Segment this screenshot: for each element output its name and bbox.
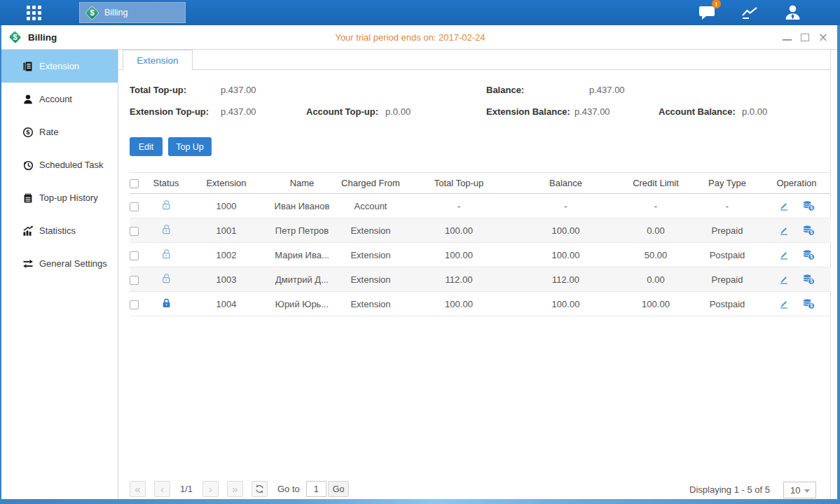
col-credit-limit: Credit Limit xyxy=(619,178,692,188)
top-up-icon[interactable]: $ xyxy=(802,274,815,285)
sidebar: Extension Account $ Rate Scheduled Task … xyxy=(1,50,118,499)
go-button[interactable]: Go xyxy=(328,481,350,497)
cell-pay-type: Prepaid xyxy=(692,225,762,236)
col-pay-type: Pay Type xyxy=(692,178,762,188)
resource-monitor-icon[interactable] xyxy=(741,5,759,20)
notifications-icon[interactable]: ! xyxy=(698,5,716,20)
status-cell xyxy=(148,223,184,237)
col-operation: Operation xyxy=(762,178,831,188)
cell-credit-limit: 50.00 xyxy=(619,250,692,260)
cell-name: Иван Иванов xyxy=(268,201,336,211)
top-up-button[interactable]: Top Up xyxy=(168,137,212,156)
edit-icon[interactable] xyxy=(778,274,790,285)
app-grid-icon[interactable] xyxy=(27,6,41,20)
cell-operation: $ xyxy=(762,200,831,211)
svg-text:$: $ xyxy=(810,279,813,284)
window-titlebar: $ Billing Your trial period ends on: 201… xyxy=(1,25,837,50)
cell-operation: $ xyxy=(762,249,831,260)
top-taskbar: $ Billing ! xyxy=(0,0,840,25)
summary-value: p.437.00 xyxy=(574,106,610,117)
rate-icon: $ xyxy=(22,127,34,138)
top-up-icon[interactable]: $ xyxy=(802,225,815,236)
top-up-icon[interactable]: $ xyxy=(802,200,815,211)
cell-balance: - xyxy=(512,201,619,211)
minimize-icon[interactable] xyxy=(783,39,792,41)
sidebar-item-label: Top-up History xyxy=(39,192,98,203)
summary-label: Balance: xyxy=(486,85,524,95)
sidebar-item-label: General Settings xyxy=(39,258,107,269)
sidebar-item-account[interactable]: Account xyxy=(1,83,118,115)
col-charged-from: Charged From xyxy=(336,178,406,188)
edit-icon[interactable] xyxy=(778,200,790,211)
cell-extension: 1001 xyxy=(184,225,268,236)
prev-page-button[interactable]: ‹ xyxy=(154,481,170,497)
status-cell xyxy=(148,248,184,262)
general-settings-icon xyxy=(22,258,34,270)
refresh-icon xyxy=(254,484,265,494)
maximize-icon[interactable] xyxy=(801,34,809,41)
sidebar-item-topup-history[interactable]: Top-up History xyxy=(1,181,118,214)
window-title: Billing xyxy=(28,32,57,43)
sidebar-item-general-settings[interactable]: General Settings xyxy=(1,247,118,280)
page-size-select[interactable]: 10 xyxy=(783,482,816,498)
status-cell xyxy=(148,272,184,286)
cell-operation: $ xyxy=(762,274,831,285)
cell-total-topup: 100.00 xyxy=(406,250,512,260)
close-icon[interactable]: × xyxy=(818,31,828,43)
sidebar-item-label: Scheduled Task xyxy=(39,160,104,170)
user-menu-icon[interactable] xyxy=(784,4,801,21)
summary-value: p.437.00 xyxy=(221,106,256,117)
statistics-icon xyxy=(22,225,34,237)
top-up-icon[interactable]: $ xyxy=(802,249,815,260)
goto-page-input[interactable] xyxy=(306,481,326,497)
col-balance: Balance xyxy=(512,178,619,188)
billing-app-icon: $ xyxy=(86,7,98,19)
cell-extension: 1000 xyxy=(184,201,268,211)
cell-name: Юрий Юрь... xyxy=(268,299,336,309)
cell-operation: $ xyxy=(762,298,831,309)
taskbar-billing-button[interactable]: $ Billing xyxy=(79,2,186,23)
sidebar-item-scheduled-task[interactable]: Scheduled Task xyxy=(1,148,118,181)
row-checkbox[interactable] xyxy=(130,202,139,211)
extension-table: Status Extension Name Charged From Total… xyxy=(130,172,831,316)
cell-balance: 100.00 xyxy=(512,225,619,236)
unlocked-icon xyxy=(160,272,172,284)
edit-icon[interactable] xyxy=(778,249,790,260)
sidebar-item-extension[interactable]: Extension xyxy=(1,50,118,83)
top-up-icon[interactable]: $ xyxy=(802,298,815,309)
sidebar-item-rate[interactable]: $ Rate xyxy=(1,115,118,148)
unlocked-icon xyxy=(160,248,172,260)
edit-icon[interactable] xyxy=(778,225,790,236)
desktop: $ Billing ! $ Billing Your trial period … xyxy=(0,0,840,504)
last-page-button[interactable]: » xyxy=(227,481,243,497)
select-all-checkbox[interactable] xyxy=(130,179,139,188)
row-checkbox[interactable] xyxy=(130,251,139,260)
cell-charged-from: Extension xyxy=(336,299,406,309)
page-indicator: 1/1 xyxy=(179,484,194,494)
cell-balance: 100.00 xyxy=(512,299,619,309)
next-page-button[interactable]: › xyxy=(202,481,219,497)
sidebar-item-statistics[interactable]: Statistics xyxy=(1,214,118,247)
first-page-button[interactable]: « xyxy=(130,481,146,497)
main-panel: Extension Total Top-up: p.437.00 Balance… xyxy=(119,50,831,499)
topup-history-icon xyxy=(22,192,34,204)
edit-icon[interactable] xyxy=(778,298,790,309)
unlocked-icon xyxy=(160,199,172,211)
cell-balance: 112.00 xyxy=(512,274,619,285)
tab-extension[interactable]: Extension xyxy=(123,50,193,70)
row-checkbox[interactable] xyxy=(130,276,139,285)
taskbar-billing-label: Billing xyxy=(104,8,128,18)
row-checkbox[interactable] xyxy=(130,300,139,309)
table-row: 1000 Иван Иванов Account - - - - $ xyxy=(130,194,831,218)
svg-text:$: $ xyxy=(810,205,813,211)
refresh-button[interactable] xyxy=(252,481,268,497)
svg-text:$: $ xyxy=(810,230,813,235)
col-total-topup: Total Top-up xyxy=(406,178,512,188)
edit-button[interactable]: Edit xyxy=(130,137,163,156)
cell-total-topup: 100.00 xyxy=(406,299,512,309)
cell-name: Дмитрий Д... xyxy=(268,274,336,285)
cell-extension: 1003 xyxy=(184,274,268,285)
col-name: Name xyxy=(268,178,336,188)
row-checkbox[interactable] xyxy=(130,227,139,236)
table-header: Status Extension Name Charged From Total… xyxy=(130,172,831,194)
